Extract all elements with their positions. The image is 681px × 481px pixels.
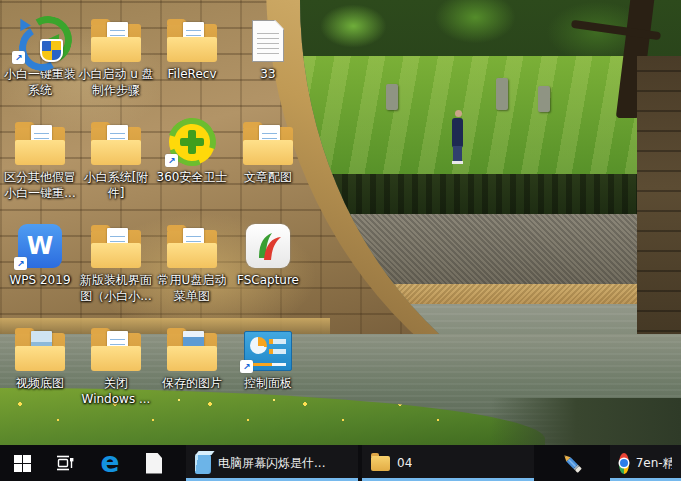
folder-icon [166, 22, 218, 62]
task-view-button[interactable] [44, 445, 88, 481]
icon-label: 文章配图 [244, 170, 292, 186]
taskbar-app-pencil[interactable] [538, 445, 606, 481]
taskbar-app-folder-04[interactable]: 04 [362, 445, 534, 481]
folder-icon [371, 456, 390, 471]
riverbank-wall [300, 174, 681, 216]
desktop-icon-usb-boot-menu[interactable]: 常用U盘启动菜单图 [154, 214, 230, 317]
desktop-icon-fscapture[interactable]: FSCapture [230, 214, 306, 317]
chrome-icon [619, 453, 629, 474]
shortcut-arrow-icon: ↗ [240, 360, 253, 373]
folder-icon [14, 331, 66, 371]
desktop-icon-close-windows[interactable]: 关闭 Windows ... [78, 317, 154, 420]
folder-icon [90, 331, 142, 371]
fscapture-logo-icon [246, 224, 290, 268]
dark-water-corner [491, 398, 681, 445]
icon-label: 小白一键重装系统 [2, 67, 78, 98]
desktop-icon-xiaobai-system[interactable]: 小白系统[附件] [78, 111, 154, 214]
shortcut-arrow-icon: ↗ [14, 257, 27, 270]
desktop-icon-video-bg[interactable]: 视频底图 [2, 317, 78, 420]
icon-label: FileRecv [168, 67, 217, 83]
edge-browser-button[interactable]: e [88, 445, 132, 481]
blue-book-icon [195, 454, 211, 474]
folder-icon [90, 228, 142, 268]
desktop-icon-xiaobai-reinstall[interactable]: ↗ 小白一键重装系统 [2, 8, 78, 111]
taskbar-app-label: 7en-精品-电脑 [636, 455, 672, 472]
document-icon [146, 453, 162, 474]
desktop-icon-saved-pictures[interactable]: 保存的图片 [154, 317, 230, 420]
start-button[interactable] [0, 445, 44, 481]
icon-label: 关闭 Windows ... [78, 376, 154, 407]
person-figure [453, 146, 462, 162]
icon-label: 360安全卫士 [157, 170, 228, 186]
taskbar-app-chrome[interactable]: 7en-精品-电脑 [610, 445, 681, 481]
icon-label: 小白启动 u 盘制作步骤 [78, 67, 154, 98]
desktop-icon-wps-2019[interactable]: W ↗ WPS 2019 [2, 214, 78, 317]
standing-stone [496, 78, 508, 110]
shortcut-arrow-icon: ↗ [12, 51, 25, 64]
desktop[interactable]: ↗ 小白一键重装系统 小白启动 u 盘制作步骤 FileRecv 33 区分其他… [0, 0, 681, 481]
taskbar: e 电脑屏幕闪烁是什... 04 [0, 445, 681, 481]
icon-label: 常用U盘启动菜单图 [154, 273, 230, 304]
icon-label: WPS 2019 [9, 273, 70, 289]
icon-label: 小白系统[附件] [78, 170, 154, 201]
folder-icon [14, 125, 66, 165]
notepad-button[interactable] [132, 445, 176, 481]
icon-label: 控制面板 [244, 376, 292, 392]
icon-label: 保存的图片 [162, 376, 222, 392]
standing-stone [386, 84, 398, 110]
person-figure [452, 118, 463, 148]
folder-icon [242, 125, 294, 165]
desktop-icon-grid: ↗ 小白一键重装系统 小白启动 u 盘制作步骤 FileRecv 33 区分其他… [2, 8, 306, 420]
folder-icon [166, 228, 218, 268]
icon-label: FSCapture [237, 273, 299, 289]
taskbar-app-label: 电脑屏幕闪烁是什... [218, 455, 325, 472]
windows-logo-icon [14, 455, 31, 472]
icon-label: 33 [260, 67, 275, 83]
edge-icon: e [101, 449, 120, 477]
pencil-icon [560, 451, 584, 475]
taskbar-app-label: 04 [397, 456, 412, 470]
folder-icon [90, 125, 142, 165]
desktop-icon-doc-33[interactable]: 33 [230, 8, 306, 111]
standing-stone [538, 86, 550, 112]
desktop-icon-new-install-ui[interactable]: 新版装机界面图（小白小... [78, 214, 154, 317]
desktop-icon-control-panel[interactable]: ↗ 控制面板 [230, 317, 306, 420]
icon-label: 新版装机界面图（小白小... [78, 273, 154, 304]
shortcut-arrow-icon: ↗ [165, 154, 178, 167]
icon-label: 区分其他假冒小白一键重... [2, 170, 78, 201]
text-document-icon [252, 20, 284, 62]
task-view-icon [56, 453, 76, 473]
taskbar-app-document[interactable]: 电脑屏幕闪烁是什... [186, 445, 358, 481]
desktop-icon-360-safe[interactable]: ↗ 360安全卫士 [154, 111, 230, 214]
desktop-icon-xiaobai-usb-steps[interactable]: 小白启动 u 盘制作步骤 [78, 8, 154, 111]
desktop-icon-filerecv[interactable]: FileRecv [154, 8, 230, 111]
folder-icon [90, 22, 142, 62]
person-figure [452, 161, 463, 164]
folder-icon [166, 331, 218, 371]
desktop-icon-fake-warning[interactable]: 区分其他假冒小白一键重... [2, 111, 78, 214]
desktop-icon-article-images[interactable]: 文章配图 [230, 111, 306, 214]
icon-label: 视频底图 [16, 376, 64, 392]
person-figure [455, 110, 462, 117]
